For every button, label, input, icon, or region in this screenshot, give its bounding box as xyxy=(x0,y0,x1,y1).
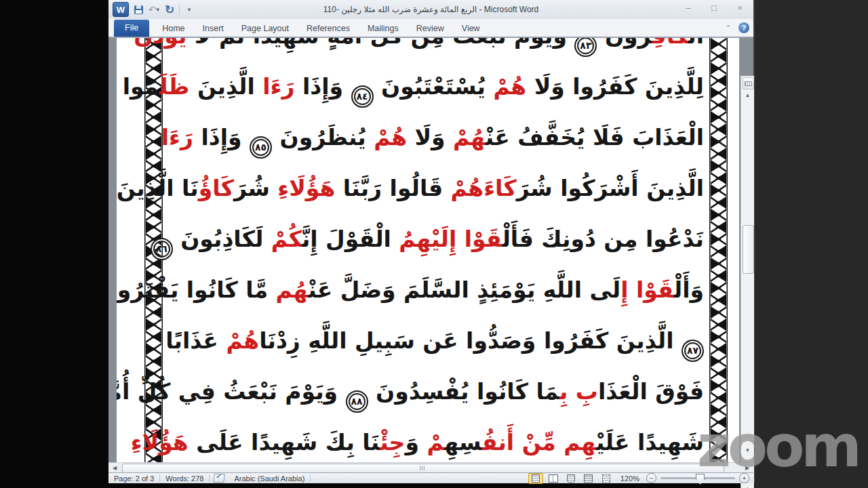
text-segment: الْقَوْلَ إِنَّ xyxy=(302,226,399,252)
scroll-right-icon[interactable]: ▶ xyxy=(742,463,753,473)
qat-separator xyxy=(179,5,180,14)
ribbon-tab-insert[interactable]: Insert xyxy=(194,21,233,37)
maximize-button[interactable]: □ xyxy=(705,1,724,14)
minimize-ribbon-icon[interactable]: ⌃ xyxy=(724,23,733,33)
text-segment: هِم xyxy=(564,429,596,455)
ribbon-tab-review[interactable]: Review xyxy=(408,21,453,37)
scroll-down-icon[interactable]: ▼ xyxy=(741,445,754,455)
language-indicator[interactable]: Arabic (Saudi Arabia) xyxy=(229,474,310,483)
text-segment: الَّذِينَ كَفَرُوا وَصَدُّوا عَن سَبِيلِ… xyxy=(259,327,682,354)
word-logo-icon[interactable]: W xyxy=(113,2,129,17)
text-segment: هَؤُلَاءِ xyxy=(131,429,189,455)
ribbon-tab-home[interactable]: Home xyxy=(153,21,193,37)
text-segment: مُوا xyxy=(123,73,159,100)
ribbon-tab-file[interactable]: File xyxy=(114,20,149,37)
text-segment: لَى اللَّهِ يَوْمَئِذٍ السَّلَمَ وَضَلَّ… xyxy=(308,277,620,303)
view-web-layout-icon[interactable] xyxy=(564,473,578,484)
mushaf-border-right xyxy=(709,38,728,462)
scroll-left-icon[interactable]: ◀ xyxy=(109,463,120,473)
ribbon-tab-view[interactable]: View xyxy=(453,21,489,37)
vertical-scrollbar[interactable]: ▲ ▼ » ● » xyxy=(741,76,754,488)
text-segment: الَّذِينَ xyxy=(189,73,262,100)
text-segment: الَّذِينَ أَشْرَكُوا شُرَ xyxy=(517,175,704,201)
quran-line: شَهِيدًا عَلَيْهِم مِّنْ أَنفُسِهِمْ وَج… xyxy=(170,417,704,462)
word-count[interactable]: Words: 278 xyxy=(160,474,209,483)
zoom-in-icon[interactable]: + xyxy=(739,473,749,483)
ribbon-tab-mailings[interactable]: Mailings xyxy=(359,21,408,37)
text-segment: عَذَابًا xyxy=(165,327,226,354)
text-segment: وَيَوْمَ نَبْعَثُ فِي كُلِّ أُمَّةٍ xyxy=(117,378,346,405)
quick-access-toolbar: W ↶▾ ↻ ▾ xyxy=(113,2,195,17)
text-segment: مْ xyxy=(427,429,444,455)
status-separator xyxy=(209,474,210,482)
text-segment: رُونَ xyxy=(597,38,652,49)
zoom-out-icon[interactable]: − xyxy=(646,473,656,483)
zoom-track[interactable] xyxy=(660,477,735,479)
text-segment: جِئْ xyxy=(380,429,405,455)
window-title: الربع المائة وعشرة ضرب الله مثلا رجلين -… xyxy=(108,0,753,19)
thumb-grip xyxy=(420,466,426,470)
customize-qat-icon[interactable]: ▾ xyxy=(183,3,195,16)
next-page-icon[interactable]: » xyxy=(741,484,754,488)
view-outline-icon[interactable] xyxy=(581,473,596,484)
text-segment: هُم xyxy=(276,277,309,303)
text-segment: يُسْتَعْتَبُونَ xyxy=(374,73,494,100)
text-segment: كَاءَهُمْ xyxy=(450,175,516,201)
aya-marker: ٨٣ xyxy=(574,38,597,57)
quran-line: وَأَلْقَوْا إِلَى اللَّهِ يَوْمَئِذٍ الس… xyxy=(170,264,704,315)
quran-line: فَوْقَ الْعَذَابِ بِمَا كَانُوا يُفْسِدُ… xyxy=(170,366,704,417)
text-segment: وَ xyxy=(405,429,427,455)
scroll-up-icon[interactable]: ▲ xyxy=(741,89,754,100)
save-icon[interactable] xyxy=(132,3,144,16)
text-segment: وَإِذَا xyxy=(294,73,351,100)
quran-line: الَّذِينَ أَشْرَكُوا شُرَكَاءَهُمْ قَالُ… xyxy=(170,163,704,214)
text-segment: مَّا كَانُوا يَفْتَرُونَ xyxy=(117,277,276,303)
text-segment: سِهِ xyxy=(444,429,481,455)
text-segment: الْعَذَابَ فَلَا يُخَفَّفُ عَنْ xyxy=(486,124,704,150)
text-segment: كُمْ xyxy=(271,226,302,252)
quran-line: الْكَافِرُونَ ٨٣ وَيَوْمَ نَبْعَثُ مِن ك… xyxy=(170,38,704,61)
status-bar: Page: 2 of 3 Words: 278 Arabic (Saudi Ar… xyxy=(108,472,753,483)
floppy-icon xyxy=(134,5,143,14)
aya-marker: ٨٤ xyxy=(351,85,374,108)
ribbon-tab-page-layout[interactable]: Page Layout xyxy=(233,21,298,37)
document-page[interactable]: الْكَافِرُونَ ٨٣ وَيَوْمَ نَبْعَثُ مِن ك… xyxy=(117,38,739,462)
text-segment: وَإِذَا xyxy=(193,124,250,150)
horizontal-scrollbar[interactable]: ◀ ▶ xyxy=(108,462,753,473)
ribbon-right-controls: ⌃ ? xyxy=(724,22,749,33)
minimize-button[interactable]: – xyxy=(679,1,698,14)
text-segment: قَوْا إِلَيْهِمُ xyxy=(399,226,502,252)
text-segment: وَلَا xyxy=(407,124,453,150)
quran-line: لِلَّذِينَ كَفَرُوا وَلَا هُمْ يُسْتَعْت… xyxy=(170,61,704,112)
redo-icon[interactable]: ↻ xyxy=(163,3,176,16)
text-segment: قَوْا إِ xyxy=(620,277,674,303)
ruler-toggle-icon[interactable] xyxy=(743,77,754,89)
vertical-scroll-thumb[interactable] xyxy=(743,225,754,274)
text-segment: مَا كَانُوا يُفْسِدُونَ xyxy=(368,378,559,405)
text-segment: رَءَا xyxy=(262,73,294,100)
text-segment: هُمْ xyxy=(374,124,407,150)
aya-marker: ٨٧ xyxy=(682,340,704,362)
letterbox-right xyxy=(755,0,868,488)
text-segment: ظَلَ xyxy=(159,73,190,100)
text-segment: لِلَّذِينَ كَفَرُوا وَلَا xyxy=(526,73,704,100)
view-print-layout-icon[interactable] xyxy=(528,473,543,484)
undo-icon[interactable]: ↶▾ xyxy=(148,3,160,16)
help-icon[interactable]: ? xyxy=(738,22,749,33)
text-segment: قَالُوا رَبَّنَا xyxy=(335,175,450,201)
close-button[interactable]: × xyxy=(730,1,749,14)
view-full-screen-reading-icon[interactable] xyxy=(546,473,561,484)
zoom-thumb[interactable] xyxy=(696,474,705,485)
view-draft-icon[interactable] xyxy=(599,473,614,484)
zoom-level[interactable]: 120% xyxy=(616,474,644,483)
proofing-status-icon[interactable] xyxy=(213,474,225,483)
text-segment: يُؤْذَنُ xyxy=(134,38,186,49)
zoom-slider: − + xyxy=(646,473,749,483)
word-window: الربع المائة وعشرة ضرب الله مثلا رجلين -… xyxy=(108,0,755,483)
horizontal-scroll-thumb[interactable] xyxy=(122,464,724,473)
page-indicator[interactable]: Page: 2 of 3 xyxy=(108,474,159,483)
aya-marker: ٨٦ xyxy=(151,238,173,260)
quran-text-block: الْكَافِرُونَ ٨٣ وَيَوْمَ نَبْعَثُ مِن ك… xyxy=(170,38,704,462)
text-segment: بِ بِ xyxy=(559,378,598,405)
ribbon-tab-references[interactable]: References xyxy=(298,21,359,37)
